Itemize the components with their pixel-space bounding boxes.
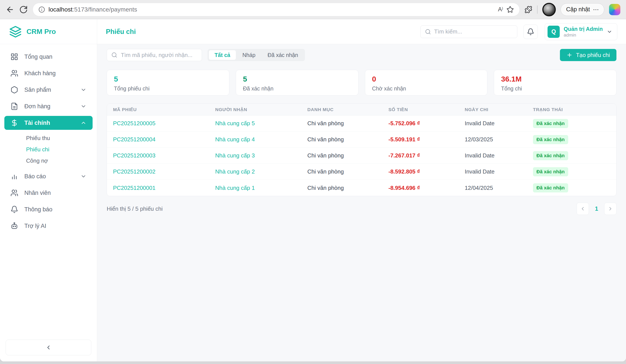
stat-label: Tổng chi (501, 85, 609, 92)
sidebar-item-label: Đơn hàng (24, 103, 50, 110)
receiver-link[interactable]: Nhà cung cấp 4 (209, 136, 301, 143)
chevron-up-icon (80, 120, 86, 126)
sidebar-item-tai-chinh[interactable]: Tài chính (4, 116, 93, 130)
date-cell: Invalid Date (459, 120, 527, 127)
date-cell: 12/03/2025 (459, 136, 527, 143)
read-aloud-icon[interactable]: A) (498, 6, 503, 13)
sidebar-item-san-pham[interactable]: Sản phẩm (4, 83, 93, 97)
chevron-down-icon (80, 87, 86, 93)
global-search[interactable] (420, 25, 517, 38)
grid-icon (10, 53, 18, 61)
sidebar-item-khach-hang[interactable]: Khách hàng (4, 66, 93, 80)
back-icon[interactable] (6, 5, 14, 14)
status-badge: Đã xác nhận (533, 135, 568, 144)
sidebar-collapse-button[interactable] (6, 340, 91, 355)
amount-cell: -5.752.096 ₫ (382, 120, 459, 127)
brand-logo[interactable]: CRM Pro (0, 19, 97, 44)
receiver-link[interactable]: Nhà cung cấp 5 (209, 120, 301, 127)
chevron-down-icon (80, 173, 86, 179)
favorite-star-icon[interactable] (507, 6, 514, 13)
chevron-down-icon (607, 29, 612, 35)
user-menu[interactable]: Q Quản trị Admin admin (545, 23, 617, 40)
filter-tabs: Tất cả Nháp Đã xác nhận (208, 49, 305, 61)
dollar-icon (10, 119, 18, 127)
plus-icon (566, 52, 573, 58)
filter-tab-tat-ca[interactable]: Tất cả (209, 50, 236, 60)
stat-cards: 5 Tổng phiếu chi 5 Đã xác nhận 0 Chờ xác… (107, 70, 617, 95)
reload-icon[interactable] (19, 5, 28, 14)
search-icon (425, 29, 431, 35)
voucher-code-link[interactable]: PC20251200003 (107, 152, 209, 159)
chevron-left-icon (45, 344, 52, 351)
amount-cell: -8.954.696 ₫ (382, 185, 459, 191)
user-info: Quản trị Admin admin (564, 26, 603, 38)
sidebar-item-label: Báo cáo (24, 173, 46, 180)
current-page-number: 1 (595, 205, 598, 212)
layers-icon (9, 25, 22, 38)
category-cell: Chi văn phòng (301, 168, 382, 175)
status-badge: Đã xác nhận (533, 151, 568, 160)
table-header-row: Mã phiếu Người nhận Danh mục Số tiền Ngà… (107, 104, 616, 116)
next-page-button[interactable] (604, 203, 617, 215)
sidebar-item-nhan-vien[interactable]: Nhân viên (4, 186, 93, 200)
chevron-left-icon (580, 206, 586, 212)
table-row[interactable]: PC20251200003 Nhà cung cấp 3 Chi văn phò… (107, 148, 616, 164)
sidebar-item-label: Khách hàng (24, 70, 56, 77)
stat-value: 0 (372, 74, 480, 84)
date-cell: Invalid Date (459, 168, 527, 175)
app-root: CRM Pro Tổng quan Khách hàng Sản phẩm (0, 19, 626, 361)
sidebar-item-thong-bao[interactable]: Thông báo (4, 202, 93, 216)
voucher-code-link[interactable]: PC20251200002 (107, 168, 209, 175)
receiver-link[interactable]: Nhà cung cấp 2 (209, 168, 301, 175)
stat-card-total-spent: 36.1M Tổng chi (494, 70, 617, 95)
users-icon (10, 189, 18, 197)
voucher-search[interactable] (107, 49, 202, 61)
global-search-input[interactable] (434, 28, 513, 35)
date-cell: Invalid Date (459, 152, 527, 159)
table-row[interactable]: PC20251200005 Nhà cung cấp 5 Chi văn phò… (107, 116, 616, 131)
filter-tab-nhap[interactable]: Nháp (237, 50, 261, 60)
status-cell: Đã xác nhận (527, 151, 616, 160)
user-name: Quản trị Admin (564, 26, 603, 32)
column-header-receiver: Người nhận (209, 107, 301, 112)
table-row[interactable]: PC20251200004 Nhà cung cấp 4 Chi văn phò… (107, 131, 616, 148)
submenu-item-cong-no[interactable]: Công nợ (4, 155, 93, 166)
sidebar-item-tro-ly-ai[interactable]: Trợ lý AI (4, 219, 93, 233)
vouchers-table: Mã phiếu Người nhận Danh mục Số tiền Ngà… (107, 104, 617, 196)
robot-icon (10, 222, 18, 230)
site-info-icon[interactable] (39, 6, 45, 13)
submenu-item-phieu-chi[interactable]: Phiếu chi (4, 144, 93, 155)
extensions-puzzle-icon[interactable] (524, 6, 532, 13)
copilot-icon[interactable] (609, 4, 620, 15)
status-cell: Đã xác nhận (527, 119, 616, 128)
voucher-code-link[interactable]: PC20251200005 (107, 120, 209, 127)
stat-value: 36.1M (501, 74, 609, 84)
main-header: Phiếu chi Q Quản trị Admin admin (97, 19, 626, 44)
receiver-link[interactable]: Nhà cung cấp 1 (209, 185, 301, 191)
notifications-button[interactable] (523, 25, 538, 39)
submenu-label: Công nợ (26, 158, 48, 164)
chevron-right-icon (608, 206, 613, 212)
stat-card-total: 5 Tổng phiếu chi (107, 70, 229, 95)
sidebar-item-bao-cao[interactable]: Báo cáo (4, 169, 93, 183)
submenu-item-phieu-thu[interactable]: Phiếu thu (4, 132, 93, 144)
page-title: Phiếu chi (106, 28, 136, 36)
table-row[interactable]: PC20251200002 Nhà cung cấp 2 Chi văn phò… (107, 164, 616, 180)
column-header-status: Trạng thái (527, 107, 616, 112)
address-bar[interactable]: localhost:5173/finance/payments A) (33, 3, 520, 16)
voucher-code-link[interactable]: PC20251200001 (107, 185, 209, 191)
receiver-link[interactable]: Nhà cung cấp 3 (209, 152, 301, 159)
stat-label: Tổng phiếu chi (114, 85, 222, 92)
prev-page-button[interactable] (577, 203, 589, 215)
create-voucher-button[interactable]: Tạo phiếu chi (560, 49, 617, 61)
sidebar-item-don-hang[interactable]: Đơn hàng (4, 99, 93, 113)
sidebar-item-tong-quan[interactable]: Tổng quan (4, 50, 93, 64)
browser-menu-dots-icon[interactable]: ⋯ (593, 6, 599, 13)
voucher-code-link[interactable]: PC20251200004 (107, 136, 209, 143)
voucher-search-input[interactable] (121, 52, 197, 58)
pagination: 1 (577, 203, 617, 215)
filter-tab-da-xac-nhan[interactable]: Đã xác nhận (262, 50, 304, 60)
table-row[interactable]: PC20251200001 Nhà cung cấp 1 Chi văn phò… (107, 180, 616, 196)
browser-update-button[interactable]: Cập nhật ⋯ (561, 3, 604, 16)
browser-profile-avatar[interactable] (542, 3, 556, 16)
